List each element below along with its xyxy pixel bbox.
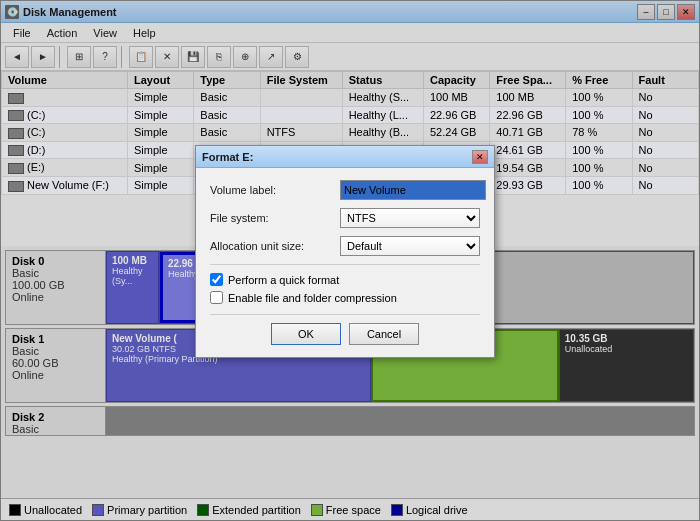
cell-type: Basic	[194, 89, 260, 107]
quick-format-row: Perform a quick format	[210, 273, 480, 286]
cell-fs	[260, 89, 342, 107]
disk-0-label: Disk 0 Basic 100.00 GB Online	[6, 251, 106, 324]
cell-fault: No	[632, 106, 698, 124]
menu-view[interactable]: View	[85, 25, 125, 41]
dialog-title-text: Format E:	[202, 151, 253, 163]
cell-fault: No	[632, 141, 698, 159]
cell-volume: (C:)	[2, 124, 128, 142]
disk-1-size: 60.00 GB	[12, 357, 99, 369]
menu-help[interactable]: Help	[125, 25, 164, 41]
disk-1-status: Online	[12, 369, 99, 381]
legend-primary: Primary partition	[92, 504, 187, 516]
settings-button[interactable]: ⚙	[285, 46, 309, 68]
col-fault: Fault	[632, 72, 698, 89]
ok-button[interactable]: OK	[271, 323, 341, 345]
dialog-close-button[interactable]: ✕	[472, 150, 488, 164]
alloc-unit-label: Allocation unit size:	[210, 240, 340, 252]
disk-2-type: Basic	[12, 423, 99, 435]
cell-pct: 100 %	[566, 159, 632, 177]
toolbar-separator-1	[59, 46, 63, 68]
maximize-button[interactable]: □	[657, 4, 675, 20]
title-bar-left: 💽 Disk Management	[5, 5, 117, 19]
table-row[interactable]: (C:) Simple Basic NTFS Healthy (B... 52.…	[2, 124, 699, 142]
quick-format-checkbox[interactable]	[210, 273, 223, 286]
cell-fs: NTFS	[260, 124, 342, 142]
properties-button[interactable]: ⊞	[67, 46, 91, 68]
title-bar: 💽 Disk Management – □ ✕	[1, 1, 699, 23]
file-system-row: File system: NTFS FAT32 FAT exFAT	[210, 208, 480, 228]
legend-box-freespace	[311, 504, 323, 516]
export-button[interactable]: ↗	[259, 46, 283, 68]
disk-0-status: Online	[12, 291, 99, 303]
disk-1-unallocated[interactable]: 10.35 GB Unallocated	[559, 329, 694, 402]
legend-box-logical	[391, 504, 403, 516]
toolbar: ◄ ► ⊞ ? 📋 ✕ 💾 ⎘ ⊕ ↗ ⚙	[1, 43, 699, 71]
cell-capacity: 22.96 GB	[423, 106, 489, 124]
quick-format-label: Perform a quick format	[228, 274, 339, 286]
disk-2-row: Disk 2 Basic	[5, 406, 695, 436]
menu-action[interactable]: Action	[39, 25, 86, 41]
app-icon: 💽	[5, 5, 19, 19]
col-pctfree: % Free	[566, 72, 632, 89]
disk-0-partition-system[interactable]: 100 MB Healthy (Sy...	[106, 251, 159, 324]
cell-free: 29.93 GB	[490, 176, 566, 194]
cell-free: 100 MB	[490, 89, 566, 107]
col-layout: Layout	[127, 72, 193, 89]
alloc-unit-select[interactable]: Default 512 1024 2048 4096	[340, 236, 480, 256]
format-button[interactable]: 💾	[181, 46, 205, 68]
cell-fault: No	[632, 124, 698, 142]
cancel-button[interactable]: Cancel	[349, 323, 419, 345]
cell-volume: (C:)	[2, 106, 128, 124]
cell-layout: Simple	[127, 176, 193, 194]
help-button[interactable]: ?	[93, 46, 117, 68]
cell-volume: New Volume (F:)	[2, 176, 128, 194]
cell-fault: No	[632, 176, 698, 194]
delete-button[interactable]: ✕	[155, 46, 179, 68]
menu-bar: File Action View Help	[1, 23, 699, 43]
cell-type: Basic	[194, 106, 260, 124]
copy-button[interactable]: ⎘	[207, 46, 231, 68]
cell-free: 40.71 GB	[490, 124, 566, 142]
legend-label-logical: Logical drive	[406, 504, 468, 516]
menu-file[interactable]: File	[5, 25, 39, 41]
col-capacity: Capacity	[423, 72, 489, 89]
dialog-separator	[210, 264, 480, 265]
cell-type: Basic	[194, 124, 260, 142]
cell-status: Healthy (B...	[342, 124, 423, 142]
alloc-unit-row: Allocation unit size: Default 512 1024 2…	[210, 236, 480, 256]
cell-layout: Simple	[127, 141, 193, 159]
close-button[interactable]: ✕	[677, 4, 695, 20]
cell-pct: 100 %	[566, 176, 632, 194]
cell-pct: 100 %	[566, 89, 632, 107]
forward-button[interactable]: ►	[31, 46, 55, 68]
disk-1-label: Disk 1 Basic 60.00 GB Online	[6, 329, 106, 402]
col-type: Type	[194, 72, 260, 89]
legend-freespace: Free space	[311, 504, 381, 516]
new-button[interactable]: 📋	[129, 46, 153, 68]
refresh-button[interactable]: ⊕	[233, 46, 257, 68]
disk-2-empty	[106, 407, 694, 435]
table-row[interactable]: Simple Basic Healthy (S... 100 MB 100 MB…	[2, 89, 699, 107]
col-freespace: Free Spa...	[490, 72, 566, 89]
cell-free: 22.96 GB	[490, 106, 566, 124]
disk-0-name: Disk 0	[12, 255, 99, 267]
cell-layout: Simple	[127, 89, 193, 107]
dialog-title-bar: Format E: ✕	[196, 146, 494, 168]
disk-0-type: Basic	[12, 267, 99, 279]
table-row[interactable]: (C:) Simple Basic Healthy (L... 22.96 GB…	[2, 106, 699, 124]
compression-checkbox[interactable]	[210, 291, 223, 304]
cell-volume: (D:)	[2, 141, 128, 159]
cell-layout: Simple	[127, 124, 193, 142]
legend-box-extended	[197, 504, 209, 516]
cell-status: Healthy (L...	[342, 106, 423, 124]
back-button[interactable]: ◄	[5, 46, 29, 68]
toolbar-separator-2	[121, 46, 125, 68]
cell-capacity: 100 MB	[423, 89, 489, 107]
file-system-select[interactable]: NTFS FAT32 FAT exFAT	[340, 208, 480, 228]
cell-pct: 100 %	[566, 141, 632, 159]
volume-label-input[interactable]	[340, 180, 486, 200]
cell-free: 24.61 GB	[490, 141, 566, 159]
dialog-buttons: OK Cancel	[210, 314, 480, 345]
cell-layout: Simple	[127, 106, 193, 124]
minimize-button[interactable]: –	[637, 4, 655, 20]
